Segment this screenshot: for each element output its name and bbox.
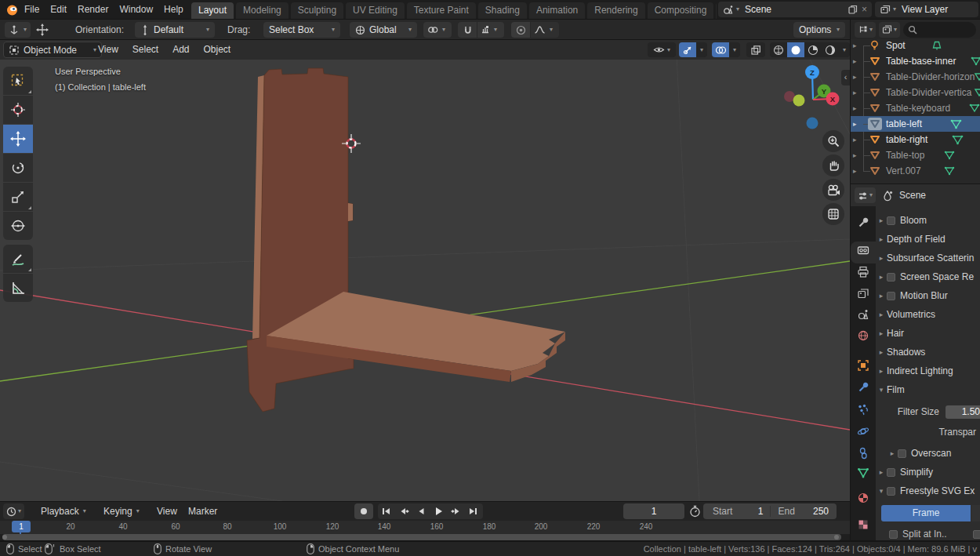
panel-subsurface-scattering[interactable]: ▸Subsurface Scatterin: [876, 250, 980, 266]
orientation-dropdown[interactable]: Default▾: [135, 22, 215, 38]
panel-freestyle-svg[interactable]: ▾Freestyle SVG Ex: [876, 483, 980, 499]
view-layer-name[interactable]: View Layer: [896, 4, 978, 15]
panel-indirect-lighting[interactable]: ▸Indirect Lighting: [876, 363, 980, 379]
pan-view-button[interactable]: [822, 154, 844, 176]
scene-name[interactable]: Scene: [739, 4, 847, 15]
jump-to-end-button[interactable]: [464, 503, 481, 519]
panel-overscan[interactable]: ▸Overscan: [876, 445, 980, 461]
filter-size-field[interactable]: 1.50: [946, 405, 980, 419]
tab-scene-icon[interactable]: [857, 308, 869, 321]
tab-physics-icon[interactable]: [857, 425, 869, 438]
divider-outliner-properties[interactable]: [851, 184, 980, 184]
overlays-dropdown[interactable]: ▾: [729, 42, 740, 57]
navigation-gizmo[interactable]: Z Y X: [772, 61, 851, 133]
scrollbar-left-handle[interactable]: [2, 535, 7, 540]
scale-tool[interactable]: [3, 183, 33, 211]
options-dropdown[interactable]: Options▾: [793, 22, 845, 38]
outliner-item-table-top[interactable]: ▸ Table-top: [851, 147, 980, 163]
properties-editor-dropdown[interactable]: ▾: [855, 187, 876, 203]
timeline-menu-keying[interactable]: Keying▾: [99, 503, 144, 519]
cursor-tool[interactable]: [3, 96, 33, 124]
camera-view-button[interactable]: [822, 179, 844, 201]
panel-screen-space-reflections[interactable]: ▸Screen Space Re: [876, 269, 980, 285]
outliner-item-table-divider-vertical[interactable]: ▸ Table-Divider-vertica: [851, 85, 980, 100]
simplify-checkbox[interactable]: [887, 468, 895, 477]
viewport-menu-select[interactable]: Select: [125, 40, 165, 60]
viewport-menu-object[interactable]: Object: [197, 40, 238, 60]
menu-window[interactable]: Window: [114, 0, 158, 19]
tab-data-icon[interactable]: [857, 467, 869, 480]
tab-shading[interactable]: Shading: [478, 2, 527, 19]
pivot-point-dropdown[interactable]: ▾: [423, 22, 452, 38]
prev-keyframe-button[interactable]: [395, 503, 412, 519]
tab-object-icon[interactable]: [857, 359, 869, 372]
playhead[interactable]: 1: [12, 521, 31, 532]
menu-file[interactable]: File: [19, 0, 45, 19]
timeline-menu-marker[interactable]: Marker: [183, 503, 222, 519]
ssr-checkbox[interactable]: [887, 273, 895, 282]
proportional-editing-toggle[interactable]: [511, 22, 530, 38]
animation-mode-button[interactable]: An: [971, 505, 980, 521]
drag-dropdown[interactable]: Select Box▾: [263, 22, 340, 38]
motion-blur-checkbox[interactable]: [887, 292, 895, 300]
tab-tool-icon[interactable]: [857, 216, 869, 229]
shading-material-button[interactable]: [804, 42, 822, 57]
panel-motion-blur[interactable]: ▸Motion Blur: [876, 288, 980, 303]
tab-world-icon[interactable]: [857, 329, 869, 342]
tab-view-layer-icon[interactable]: [857, 287, 869, 300]
menu-edit[interactable]: Edit: [45, 0, 72, 19]
move-tool[interactable]: [3, 125, 33, 153]
panel-simplify[interactable]: ▸Simplify: [876, 464, 980, 480]
timeline-menu-playback[interactable]: Playback▾: [36, 503, 91, 519]
tab-constraints-icon[interactable]: [857, 447, 869, 460]
active-tool-dropdown[interactable]: ▾: [5, 22, 31, 38]
blender-logo-icon[interactable]: [5, 3, 19, 16]
tab-animation[interactable]: Animation: [529, 2, 585, 19]
xray-toggle[interactable]: [746, 42, 765, 57]
freestyle-checkbox[interactable]: [887, 487, 895, 496]
divider-vertical[interactable]: [850, 19, 851, 541]
tab-texture-icon[interactable]: [857, 518, 869, 531]
viewport-canvas[interactable]: [0, 40, 850, 501]
outliner-search-input[interactable]: [903, 22, 976, 38]
viewport-menu-view[interactable]: View: [91, 40, 125, 60]
panel-shadows[interactable]: ▸Shadows: [876, 344, 980, 360]
next-keyframe-button[interactable]: [447, 503, 464, 519]
record-button[interactable]: [354, 503, 373, 519]
tab-particles-icon[interactable]: [857, 403, 869, 416]
shading-dropdown[interactable]: ▾: [839, 42, 850, 57]
outliner-item-table-right[interactable]: ▸ table-right: [851, 132, 980, 147]
outliner-item-table-keyboard[interactable]: ▸ Table-keyboard: [851, 100, 980, 116]
menu-help[interactable]: Help: [158, 0, 189, 19]
timeline-menu-view[interactable]: View: [152, 503, 182, 519]
scrollbar-right-handle[interactable]: [834, 535, 839, 540]
shading-wireframe-button[interactable]: [770, 42, 787, 57]
shading-rendered-button[interactable]: [822, 42, 839, 57]
overlays-toggle[interactable]: [712, 42, 729, 57]
tab-material-icon[interactable]: [857, 492, 869, 504]
outliner-item-table-base-inner[interactable]: ▸ Table-base-inner: [851, 53, 980, 69]
bloom-checkbox[interactable]: [887, 216, 895, 225]
tab-compositing[interactable]: Compositing: [648, 2, 714, 19]
viewport-3d[interactable]: Object Mode▾ View Select Add Object ▾ ▾ …: [0, 40, 850, 501]
timeline-editor-dropdown[interactable]: ▾: [3, 503, 24, 519]
tab-texture-paint[interactable]: Texture Paint: [407, 2, 476, 19]
frame-mode-button[interactable]: Frame: [881, 505, 971, 521]
rotate-tool[interactable]: [3, 154, 33, 182]
prev-frame-button[interactable]: [412, 503, 430, 519]
outliner-display-mode-dropdown[interactable]: ▾: [879, 22, 900, 38]
jump-to-start-button[interactable]: [378, 503, 395, 519]
outliner-item-table-left-active[interactable]: ▸ table-left: [851, 116, 980, 132]
ortho-view-button[interactable]: [822, 203, 844, 225]
transform-tool[interactable]: [3, 212, 33, 240]
tab-modeling[interactable]: Modeling: [236, 2, 289, 19]
shading-solid-button[interactable]: [787, 42, 804, 57]
tab-rendering[interactable]: Rendering: [587, 2, 644, 19]
scene-selector[interactable]: ▾ Scene ×: [718, 2, 872, 17]
gizmo-toggle[interactable]: [679, 42, 696, 57]
gizmo-dropdown[interactable]: ▾: [696, 42, 707, 57]
snap-toggle[interactable]: [458, 22, 477, 38]
panel-film[interactable]: ▾Film: [876, 382, 980, 398]
copy-scene-icon[interactable]: [847, 5, 859, 14]
transform-space-dropdown[interactable]: Global▾: [350, 22, 417, 38]
